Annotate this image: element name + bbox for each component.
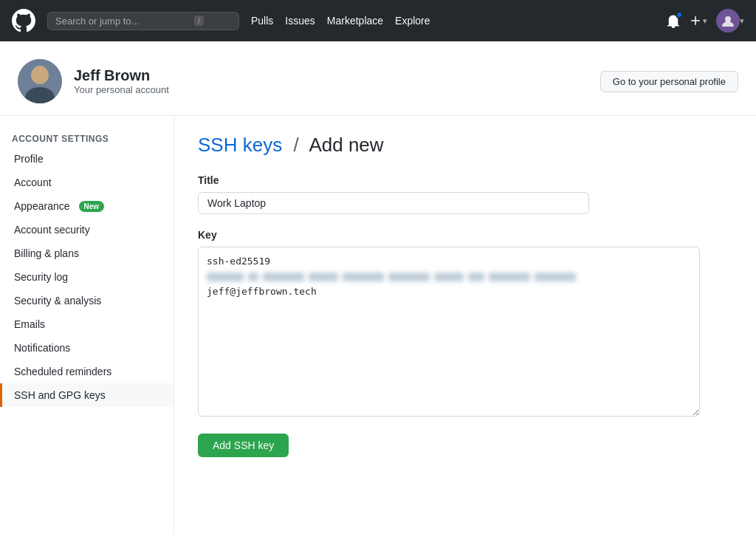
key-form-group: Key ssh-ed25519 — [198, 229, 732, 419]
new-badge: New — [79, 201, 105, 212]
search-bar[interactable]: / — [47, 12, 239, 30]
title-input[interactable] — [198, 192, 589, 214]
sidebar-label-ssh-gpg: SSH and GPG keys — [14, 389, 106, 401]
sidebar-item-security-analysis[interactable]: Security & analysis — [0, 289, 173, 312]
sidebar-label-billing: Billing & plans — [14, 247, 79, 259]
user-info: Jeff Brown Your personal account — [18, 59, 169, 103]
user-subtitle: Your personal account — [74, 84, 169, 95]
user-header: Jeff Brown Your personal account Go to y… — [0, 41, 756, 116]
github-logo[interactable] — [12, 9, 35, 32]
main-content: SSH keys / Add new Title Key ssh-ed25519 — [174, 116, 756, 475]
add-ssh-key-button[interactable]: Add SSH key — [198, 434, 289, 457]
svg-point-4 — [32, 66, 48, 82]
sidebar-item-appearance[interactable]: Appearance New — [0, 194, 173, 218]
sidebar-label-notifications: Notifications — [14, 342, 70, 354]
key-textarea[interactable] — [198, 247, 700, 417]
sidebar-label-account: Account — [14, 177, 52, 188]
search-kbd: / — [194, 16, 204, 26]
sidebar-item-profile[interactable]: Profile — [0, 147, 173, 171]
sidebar-item-security-log[interactable]: Security log — [0, 265, 173, 289]
sidebar-item-scheduled-reminders[interactable]: Scheduled reminders — [0, 360, 173, 383]
sidebar-label-emails: Emails — [14, 318, 45, 330]
new-dropdown-button[interactable]: ▾ — [690, 15, 707, 27]
user-avatar-nav[interactable] — [716, 9, 740, 32]
user-text: Jeff Brown Your personal account — [74, 67, 169, 95]
page-breadcrumb: SSH keys / Add new — [198, 134, 732, 157]
user-menu-chevron: ▾ — [740, 16, 744, 26]
nav-marketplace[interactable]: Marketplace — [327, 15, 383, 27]
topnav-right: ▾ ▾ — [666, 9, 744, 32]
nav-pulls[interactable]: Pulls — [251, 15, 273, 27]
sidebar-label-account-security: Account security — [14, 224, 90, 236]
search-input[interactable] — [55, 16, 188, 27]
sidebar-item-account-security[interactable]: Account security — [0, 218, 173, 242]
notification-dot — [676, 11, 683, 18]
sidebar-label-security-analysis: Security & analysis — [14, 295, 101, 307]
sidebar-label-security-log: Security log — [14, 271, 68, 283]
go-to-profile-button[interactable]: Go to your personal profile — [600, 71, 738, 92]
sidebar-item-account[interactable]: Account — [0, 171, 173, 194]
title-label: Title — [198, 174, 732, 186]
breadcrumb-link[interactable]: SSH keys — [198, 134, 282, 156]
page-wrapper: Jeff Brown Your personal account Go to y… — [0, 41, 756, 534]
user-menu-button[interactable]: ▾ — [716, 9, 744, 32]
sidebar-item-notifications[interactable]: Notifications — [0, 336, 173, 360]
topnav-links: Pulls Issues Marketplace Explore — [251, 15, 430, 27]
user-name: Jeff Brown — [74, 67, 169, 84]
body-layout: Account settings Profile Account Appeara… — [0, 116, 756, 534]
plus-chevron: ▾ — [703, 16, 707, 26]
user-avatar — [18, 59, 62, 103]
notifications-button[interactable] — [666, 13, 681, 28]
title-form-group: Title — [198, 174, 732, 214]
breadcrumb-current: Add new — [309, 134, 383, 156]
key-textarea-wrapper: ssh-ed25519 — [198, 247, 732, 419]
key-label: Key — [198, 229, 732, 241]
breadcrumb-separator: / — [293, 134, 298, 156]
nav-explore[interactable]: Explore — [395, 15, 430, 27]
sidebar-item-ssh-gpg[interactable]: SSH and GPG keys — [0, 383, 173, 407]
sidebar-label-scheduled-reminders: Scheduled reminders — [14, 366, 111, 377]
sidebar-section-title: Account settings — [0, 128, 173, 147]
sidebar-item-emails[interactable]: Emails — [0, 312, 173, 336]
top-navigation: / Pulls Issues Marketplace Explore ▾ — [0, 0, 756, 41]
sidebar-label-profile: Profile — [14, 153, 44, 165]
sidebar-label-appearance: Appearance — [14, 200, 70, 212]
svg-point-0 — [725, 16, 731, 22]
sidebar-item-billing[interactable]: Billing & plans — [0, 242, 173, 265]
sidebar: Account settings Profile Account Appeara… — [0, 116, 174, 534]
nav-issues[interactable]: Issues — [285, 15, 315, 27]
